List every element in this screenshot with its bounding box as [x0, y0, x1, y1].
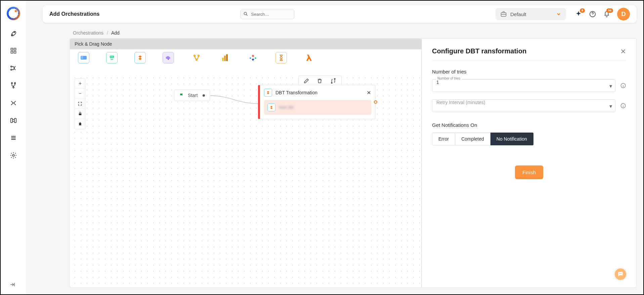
svg-rect-14: [14, 118, 16, 123]
trash-icon[interactable]: [75, 119, 85, 129]
page-title: Add Orchestrations: [49, 11, 99, 17]
workspace: Pick & Drag Node SQL: [70, 38, 637, 288]
svg-rect-7: [14, 51, 16, 53]
palette-cloud-icon[interactable]: [163, 52, 174, 63]
nav-settings-icon[interactable]: [9, 151, 18, 160]
svg-rect-16: [11, 138, 15, 138]
chevron-down-icon: [556, 11, 561, 17]
svg-rect-32: [226, 54, 228, 61]
nav-grid-icon[interactable]: [9, 46, 18, 55]
breadcrumb-current: Add: [111, 30, 120, 36]
sparkle-button[interactable]: 8: [575, 10, 582, 18]
notifications-button[interactable]: 94: [603, 10, 610, 18]
palette-row: SQL: [70, 49, 421, 67]
retry-interval-select[interactable]: Retry Interval (minutes): [432, 99, 615, 112]
dbt-transformation-node[interactable]: DBT Transformation New dbt: [258, 85, 376, 119]
start-output-port[interactable]: [203, 94, 205, 97]
nav-list-icon[interactable]: [9, 134, 18, 142]
panel-close-icon[interactable]: [620, 48, 626, 54]
dbt-node-body[interactable]: New dbt: [264, 100, 371, 115]
search-icon: [243, 11, 248, 16]
route-icon[interactable]: [330, 78, 337, 84]
zoom-in-button[interactable]: ＋: [75, 79, 85, 89]
sidebar-collapse-icon[interactable]: [9, 282, 15, 288]
node-palette: Pick & Drag Node SQL: [70, 39, 421, 67]
dbt-icon: [264, 89, 272, 97]
notif-error-button[interactable]: Error: [432, 133, 455, 145]
palette-dbt-icon[interactable]: [134, 52, 146, 63]
svg-rect-23: [81, 56, 83, 57]
tries-section-label: Number of tries: [432, 69, 626, 75]
palette-lambda-icon[interactable]: [304, 52, 315, 63]
nav-branches-icon[interactable]: [9, 81, 18, 90]
dbt-output-port[interactable]: [374, 100, 377, 104]
svg-text:SQL: SQL: [110, 56, 114, 58]
notif-completed-button[interactable]: Completed: [455, 133, 490, 145]
svg-point-19: [244, 12, 247, 15]
panel-separator: [432, 60, 626, 61]
config-panel: Configure DBT ransformation Number of tr…: [422, 38, 637, 288]
palette-sql-icon[interactable]: SQL: [106, 52, 118, 63]
dbt-node-header: DBT Transformation: [260, 85, 375, 100]
nav-compare-icon[interactable]: [9, 116, 18, 125]
svg-point-9: [10, 69, 12, 70]
svg-point-11: [14, 83, 15, 84]
svg-rect-6: [11, 51, 13, 53]
nav-rocket-icon[interactable]: [9, 29, 18, 38]
user-avatar[interactable]: D: [617, 8, 630, 20]
workspace-label: Default: [510, 11, 526, 17]
left-sidebar: [1, 1, 26, 294]
canvas-card: Pick & Drag Node SQL: [70, 38, 422, 288]
svg-point-10: [11, 83, 12, 84]
search-input[interactable]: [241, 9, 294, 19]
main-area: Add Orchestrations Default 8 94: [26, 1, 643, 294]
lock-icon[interactable]: [75, 109, 85, 119]
retry-info-icon[interactable]: [620, 103, 626, 109]
notif-none-button[interactable]: No Notification: [490, 133, 533, 145]
workspace-select[interactable]: Default: [496, 8, 566, 20]
start-node[interactable]: Start: [174, 90, 210, 101]
svg-point-12: [13, 87, 14, 88]
svg-rect-13: [10, 118, 12, 123]
chat-fab[interactable]: [614, 267, 627, 281]
nav-pipeline-icon[interactable]: [9, 64, 18, 72]
notifications-badge: 94: [606, 8, 613, 13]
search-wrap: [241, 9, 294, 19]
dbt-node-title: DBT Transformation: [275, 90, 363, 95]
delete-icon[interactable]: [317, 78, 323, 84]
edit-icon[interactable]: [303, 78, 309, 84]
svg-point-41: [621, 274, 622, 274]
zoom-out-button[interactable]: －: [75, 89, 85, 99]
dbt-node-close-icon[interactable]: [367, 90, 371, 95]
svg-rect-15: [11, 136, 15, 137]
canvas-controls: ＋ －: [75, 78, 85, 129]
dbt-body-icon: [267, 103, 275, 111]
tries-select[interactable]: 1: [432, 79, 615, 92]
nav-flow-icon[interactable]: [9, 99, 18, 107]
help-button[interactable]: [589, 10, 596, 18]
palette-title: Pick & Drag Node: [70, 39, 421, 49]
finish-button[interactable]: Finish: [515, 165, 543, 179]
palette-data-icon[interactable]: [78, 52, 89, 63]
svg-rect-5: [14, 48, 16, 50]
tries-field: Number of tries 1 ▾: [432, 79, 615, 92]
breadcrumb-root[interactable]: Orchestrations: [73, 30, 103, 36]
palette-timer-icon[interactable]: [275, 52, 287, 63]
svg-rect-24: [81, 58, 83, 58]
tries-info-icon[interactable]: [620, 83, 626, 89]
palette-branch-icon[interactable]: [191, 52, 202, 63]
fit-view-button[interactable]: [75, 99, 85, 109]
svg-point-3: [14, 32, 14, 33]
app-logo[interactable]: [7, 7, 20, 20]
start-node-label: Start: [188, 93, 198, 98]
palette-powerbi-icon[interactable]: [219, 52, 230, 63]
panel-title: Configure DBT ransformation: [432, 47, 526, 55]
briefcase-icon: [500, 11, 507, 17]
svg-rect-36: [79, 123, 81, 125]
svg-point-28: [198, 55, 199, 56]
svg-point-18: [12, 154, 14, 156]
top-header: Add Orchestrations Default 8 94: [43, 5, 637, 23]
notif-section-label: Get Notifications On: [432, 122, 626, 128]
svg-point-39: [619, 274, 620, 274]
palette-tableau-icon[interactable]: [247, 52, 259, 63]
